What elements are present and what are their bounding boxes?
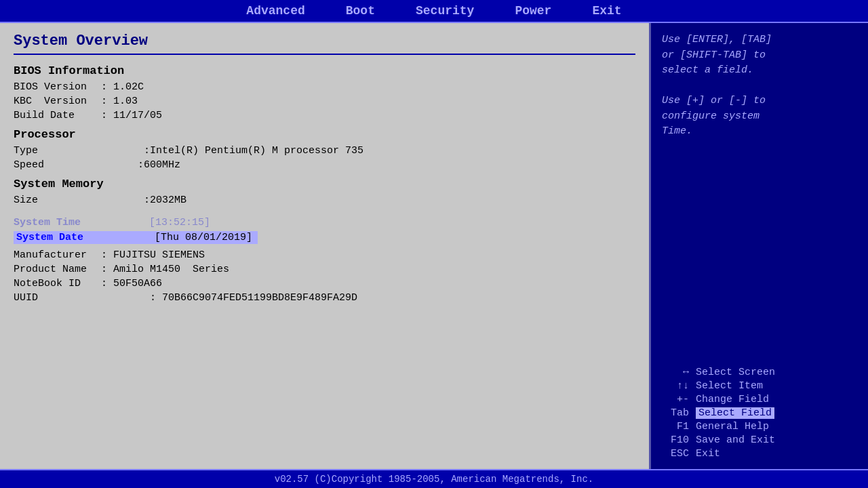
keybind-desc-save-exit: Save and Exit <box>696 434 775 446</box>
product-name-row: Product Name : Amilo M1450 Series <box>14 264 635 275</box>
processor-speed-row: Speed :600MHz <box>14 159 635 171</box>
processor-speed-label: Speed <box>14 159 95 171</box>
keybind-general-help: F1 General Help <box>662 421 857 432</box>
memory-title: System Memory <box>14 178 635 190</box>
footer-bar: v02.57 (C)Copyright 1985-2005, American … <box>0 469 868 488</box>
memory-size-row: Size :2032MB <box>14 195 635 206</box>
keybind-key-f10: F10 <box>662 434 689 446</box>
product-name-label: Product Name <box>14 264 95 275</box>
processor-type-row: Type :Intel(R) Pentium(R) M processor 73… <box>14 145 635 157</box>
keybind-key-arrows: ↔ <box>662 367 689 378</box>
keybind-desc-general-help: General Help <box>696 421 769 432</box>
uuid-row: UUID : 70B66C9074FED51199BD8E9F489FA29D <box>14 292 635 304</box>
right-panel: Use [ENTER], [TAB] or [SHIFT-TAB] to sel… <box>651 23 868 469</box>
manufacturer-row: Manufacturer : FUJITSU SIEMENS <box>14 249 635 261</box>
keybind-save-exit: F10 Save and Exit <box>662 434 857 446</box>
menu-power[interactable]: Power <box>508 3 558 19</box>
system-date-label: System Date <box>14 231 149 244</box>
kbc-version-row: KBC Version : 1.03 <box>14 96 635 107</box>
menu-bar: Advanced Boot Security Power Exit <box>0 0 868 23</box>
main-content: System Overview BIOS Information BIOS Ve… <box>0 23 868 469</box>
notebook-id-label: NoteBook ID <box>14 278 95 289</box>
help-text: Use [ENTER], [TAB] or [SHIFT-TAB] to sel… <box>662 33 857 140</box>
keybind-key-tab: Tab <box>662 407 689 419</box>
notebook-id-row: NoteBook ID : 50F50A66 <box>14 278 635 289</box>
menu-exit[interactable]: Exit <box>585 3 628 19</box>
bios-info-title: BIOS Information <box>14 64 635 77</box>
keybind-desc-select-field: Select Field <box>696 407 774 419</box>
keybind-select-field: Tab Select Field <box>662 407 857 419</box>
footer-text: v02.57 (C)Copyright 1985-2005, American … <box>275 474 593 485</box>
memory-size-label: Size <box>14 195 95 206</box>
keybind-select-screen: ↔ Select Screen <box>662 367 857 378</box>
uuid-label: UUID <box>14 292 95 304</box>
processor-title: Processor <box>14 128 635 141</box>
keybind-key-f1: F1 <box>662 421 689 432</box>
keybind-exit: ESC Exit <box>662 448 857 460</box>
build-date-row: Build Date : 11/17/05 <box>14 110 635 121</box>
page-title: System Overview <box>14 33 635 49</box>
keybind-section: ↔ Select Screen ↑↓ Select Item +- Change… <box>662 367 857 460</box>
system-date-value: [Thu 08/01/2019] <box>149 231 258 244</box>
system-time-label: System Time <box>14 217 149 228</box>
build-date-label: Build Date <box>14 110 95 121</box>
menu-boot[interactable]: Boot <box>339 3 382 19</box>
menu-advanced[interactable]: Advanced <box>239 3 311 19</box>
bios-screen: Advanced Boot Security Power Exit System… <box>0 0 868 488</box>
keybind-desc-select-item: Select Item <box>696 380 763 392</box>
manufacturer-label: Manufacturer <box>14 249 95 261</box>
menu-security[interactable]: Security <box>409 3 481 19</box>
system-date-row[interactable]: System Date [Thu 08/01/2019] <box>14 231 635 244</box>
system-time-row[interactable]: System Time [13:52:15] <box>14 217 635 228</box>
left-panel: System Overview BIOS Information BIOS Ve… <box>0 23 651 469</box>
keybind-desc-select-screen: Select Screen <box>696 367 775 378</box>
system-time-value: [13:52:15] <box>149 217 210 228</box>
keybind-key-updown: ↑↓ <box>662 380 689 392</box>
keybind-key-esc: ESC <box>662 448 689 460</box>
keybind-desc-change-field: Change Field <box>696 394 769 405</box>
keybind-change-field: +- Change Field <box>662 394 857 405</box>
bios-version-row: BIOS Version : 1.02C <box>14 81 635 93</box>
bios-version-label: BIOS Version <box>14 81 95 93</box>
processor-type-label: Type <box>14 145 95 157</box>
keybind-select-item: ↑↓ Select Item <box>662 380 857 392</box>
keybind-key-plusminus: +- <box>662 394 689 405</box>
kbc-version-label: KBC Version <box>14 96 95 107</box>
keybind-desc-exit: Exit <box>696 448 720 460</box>
